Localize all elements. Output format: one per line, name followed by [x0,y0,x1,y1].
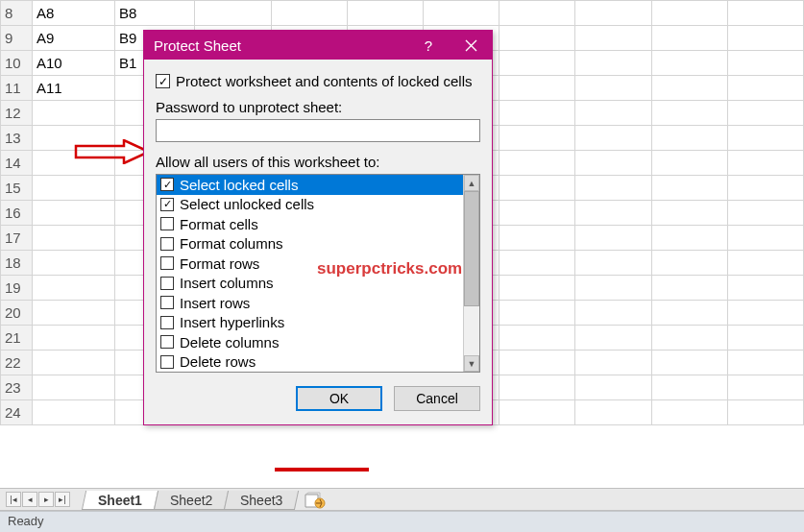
cell[interactable] [32,301,114,326]
cell[interactable] [727,400,803,425]
cell[interactable] [651,226,727,251]
cell[interactable] [499,151,575,176]
cell[interactable] [499,1,575,26]
help-button[interactable]: ? [407,31,450,60]
cell[interactable] [651,101,727,126]
cell[interactable] [32,351,114,375]
cell[interactable] [271,1,347,26]
row-header[interactable]: 16 [1,201,33,226]
row-header[interactable]: 12 [1,101,33,126]
permission-checkbox[interactable] [160,256,174,270]
cell[interactable] [651,301,727,326]
cell[interactable]: A9 [32,26,114,51]
cell[interactable] [575,101,651,126]
cell[interactable] [651,126,727,151]
cell[interactable] [575,176,651,201]
tab-nav-prev[interactable]: ◂ [22,492,37,507]
tab-nav-first[interactable]: |◂ [6,492,21,507]
permission-item[interactable]: Insert hyperlinks [157,313,463,333]
cell[interactable] [727,375,803,400]
tab-nav-next[interactable]: ▸ [38,492,54,507]
cell[interactable] [499,201,575,226]
cell[interactable] [651,51,727,76]
row-header[interactable]: 18 [1,251,33,276]
cell[interactable] [727,101,803,126]
cell[interactable] [575,51,651,76]
cell[interactable] [727,126,803,151]
cell[interactable] [499,251,575,276]
protect-checkbox[interactable] [156,74,170,88]
cell[interactable] [499,51,575,76]
dialog-titlebar[interactable]: Protect Sheet ? [144,31,492,60]
permission-item[interactable]: Insert columns [157,274,463,294]
sheet-tab[interactable]: Sheet2 [154,491,230,510]
cell[interactable] [32,326,114,351]
cell[interactable] [32,276,114,301]
cell[interactable] [575,351,651,375]
row-header[interactable]: 24 [1,400,33,425]
row-header[interactable]: 10 [1,51,33,76]
new-sheet-button[interactable] [303,491,328,510]
cell[interactable] [727,201,803,226]
cell[interactable] [32,201,114,226]
sheet-tab[interactable]: Sheet1 [82,491,158,510]
permission-checkbox[interactable] [160,355,174,369]
permission-checkbox[interactable] [160,178,174,191]
cell[interactable] [499,375,575,400]
cell[interactable] [499,400,575,425]
permission-checkbox[interactable] [160,237,174,251]
permission-checkbox[interactable] [160,217,174,230]
permission-checkbox[interactable] [160,296,174,309]
permission-item[interactable]: Insert rows [157,293,463,313]
row-header[interactable]: 17 [1,226,33,251]
row-header[interactable]: 14 [1,151,33,176]
password-input[interactable] [156,119,480,142]
cell[interactable] [651,326,727,351]
scroll-down-button[interactable]: ▼ [464,355,479,372]
cell[interactable] [575,251,651,276]
cell[interactable] [347,1,423,26]
cell[interactable] [499,351,575,375]
cell[interactable] [651,400,727,425]
cell[interactable] [32,400,114,425]
row-header[interactable]: 23 [1,375,33,400]
row-header[interactable]: 13 [1,126,33,151]
cell[interactable] [575,126,651,151]
cell[interactable] [499,301,575,326]
cell[interactable] [499,276,575,301]
cell[interactable] [651,276,727,301]
cell[interactable] [727,326,803,351]
cell[interactable] [651,201,727,226]
permission-item[interactable]: Format columns [157,234,463,254]
cell[interactable] [32,101,114,126]
cell[interactable] [651,176,727,201]
row-header[interactable]: 11 [1,76,33,101]
sheet-tab[interactable]: Sheet3 [224,491,300,510]
permission-item[interactable]: Delete rows [157,352,463,373]
cell[interactable] [575,226,651,251]
cell[interactable] [727,276,803,301]
scroll-up-button[interactable]: ▲ [464,175,479,191]
cell[interactable] [727,151,803,176]
cell[interactable] [727,1,803,26]
row-header[interactable]: 20 [1,301,33,326]
cell[interactable]: B8 [115,1,195,26]
row-header[interactable]: 8 [1,1,33,26]
scrollbar[interactable]: ▲ ▼ [463,175,479,372]
cell[interactable] [651,375,727,400]
cell[interactable] [424,1,499,26]
cell[interactable] [32,226,114,251]
cell[interactable] [32,126,114,151]
cell[interactable] [727,26,803,51]
cell[interactable] [575,326,651,351]
cell[interactable] [575,276,651,301]
cell[interactable] [651,251,727,276]
cell[interactable] [651,151,727,176]
cell[interactable] [727,176,803,201]
cell[interactable] [727,301,803,326]
row-header[interactable]: 19 [1,276,33,301]
cell[interactable] [651,1,727,26]
row-header[interactable]: 9 [1,26,33,51]
permission-checkbox[interactable] [160,277,174,290]
permissions-listbox[interactable]: Select locked cellsSelect unlocked cells… [156,174,480,373]
